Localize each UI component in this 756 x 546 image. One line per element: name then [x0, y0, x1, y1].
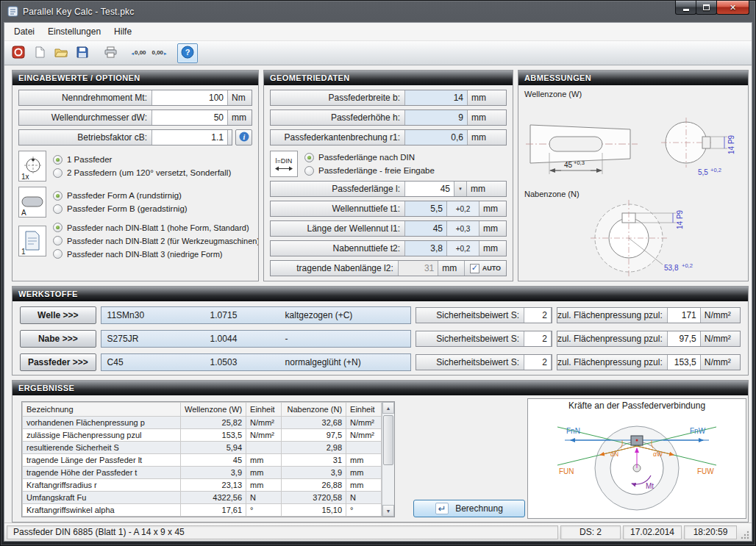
maximize-button[interactable] [696, 1, 717, 15]
option-two-keys[interactable]: 2 Passfedern (um 120° versetzt, Sonderfa… [53, 168, 231, 178]
option-din-sheet-3[interactable]: Passfeder nach DIN-Blatt 3 (niedrige For… [53, 249, 258, 259]
col-bezeichnung: Bezeichnung [23, 403, 181, 417]
table-row: Umfangskraft Fu4322,56N3720,58N [23, 492, 382, 504]
minimize-button[interactable] [675, 1, 696, 15]
status-time: 18:20:59 [684, 525, 737, 539]
option-form-a[interactable]: Passfeder Form A (rundstirnig) [53, 191, 188, 201]
nabe-button[interactable]: Nabe >>> [20, 330, 96, 348]
resize-grip[interactable] [739, 525, 749, 539]
shaft-groove-depth-field: Wellennuttiefe t1: 5,5 +0,2 mm [270, 201, 507, 217]
hub-groove-depth-value[interactable]: 3,8 [404, 241, 447, 256]
shaft-groove-length-unit: mm [479, 221, 506, 236]
key-width-unit: mm [468, 90, 506, 105]
decimal-increase-button[interactable]: ◂0,00 [128, 43, 149, 63]
pressure-unit: N/mm² [701, 331, 740, 346]
new-document-button[interactable] [29, 43, 50, 63]
hub-groove-depth-field: Nabennuttiefe t2: 3,8 +0,2 mm [270, 240, 507, 256]
hub-groove-depth-tolerance: +0,2 [447, 241, 479, 256]
key-height-value[interactable]: 9 [404, 110, 468, 125]
decimal-text: 0,00 [151, 50, 163, 56]
key-length-dropdown[interactable]: ▼ [454, 182, 467, 196]
menu-hilfe[interactable]: Hilfe [107, 24, 138, 40]
enter-icon: ↵ [435, 503, 449, 514]
torque-input[interactable]: 100 [151, 90, 228, 105]
nabe-safety-field: Sicherheitsbeiwert S: 2 [416, 331, 552, 347]
save-button[interactable] [72, 43, 93, 63]
key-height-label: Passfederhöhe h: [271, 110, 404, 125]
main-area: EINGABEWERTE / OPTIONEN Nenndrehmoment M… [4, 65, 752, 522]
option-length-free[interactable]: Passfederlänge - freie Eingabe [304, 166, 435, 176]
key-width-label: Passfederbreite b: [271, 90, 404, 105]
pressure-label: zul. Flächenpressung pzul: [557, 355, 667, 370]
results-table: Bezeichnung Wellenzone (W) Einheit Naben… [21, 401, 395, 517]
pressure-label: zul. Flächenpressung pzul: [557, 308, 667, 323]
passfeder-material-field: C45 1.0503 normalgeglüht (+N) [101, 353, 411, 371]
scroll-thumb[interactable] [383, 415, 393, 465]
svg-text:+0,3: +0,3 [574, 159, 585, 166]
din-sheet-icon: 1 [18, 226, 46, 256]
auto-checkbox[interactable] [470, 264, 479, 273]
scroll-down-button[interactable]: ▼ [382, 505, 394, 517]
minimize-icon [683, 9, 689, 11]
table-row: zulässige Flächenpressung pzul153,5N/mm²… [23, 429, 382, 442]
close-button[interactable]: ✕ [716, 1, 749, 15]
pressure-unit: N/mm² [701, 355, 740, 370]
hub-length-label: tragende Nabenlänge l2: [271, 261, 398, 276]
welle-button[interactable]: Welle >>> [20, 306, 96, 324]
radio-icon [53, 223, 63, 232]
key-chamfer-value[interactable]: 0,6 [404, 130, 468, 145]
shaft-groove-depth-tolerance: +0,2 [447, 201, 479, 216]
open-file-button[interactable] [51, 43, 71, 63]
material-treatment: - [285, 334, 410, 344]
help-icon: ? [181, 46, 194, 61]
shaft-groove-depth-value[interactable]: 5,5 [404, 201, 447, 216]
material-name: S275JR [101, 334, 210, 344]
dimensions-drawing: Wellenzone (W) 45 +0,3 [518, 85, 746, 278]
table-row: tragende Höhe der Passfeder t3,9mm3,9mm [23, 467, 382, 479]
auto-toggle[interactable]: AUTO [464, 261, 506, 276]
shaft-groove-length-field: Länge der Wellennut l1: 45 +0,3 mm [270, 220, 507, 237]
shaft-diameter-input[interactable]: 50 [151, 110, 228, 125]
menu-datei[interactable]: Datei [7, 24, 41, 40]
key-chamfer-label: Passfederkantenbrechung r1: [271, 130, 404, 145]
dimensions-panel-header: ABMESSUNGEN [518, 71, 748, 85]
decimal-decrease-button[interactable]: 0,00▸ [149, 43, 170, 63]
passfeder-button[interactable]: Passfeder >>> [20, 353, 96, 371]
svg-text:FnW: FnW [690, 427, 706, 435]
passfeder-safety-input[interactable]: 2 [524, 355, 552, 370]
option-din-sheet-1[interactable]: Passfeder nach DIN-Blatt 1 (hohe Form, S… [53, 223, 258, 232]
option-form-b[interactable]: Passfeder Form B (geradstirnig) [53, 204, 188, 214]
print-button[interactable] [100, 43, 121, 63]
table-row: Kraftangriffswinkel alpha17,61°15,10° [23, 504, 382, 517]
new-document-icon [34, 46, 46, 60]
option-length-din[interactable]: Passfederlänge nach DIN [304, 153, 435, 162]
shaft-groove-length-tolerance: +0,3 [447, 221, 479, 236]
option-one-key[interactable]: 1 Passfeder [53, 155, 231, 165]
help-button[interactable]: ? [177, 43, 198, 63]
radio-icon [304, 153, 314, 162]
key-chamfer-unit: mm [468, 130, 506, 145]
info-button[interactable]: i [235, 129, 252, 146]
col-einheit-n: Einheit [346, 403, 382, 417]
menu-einstellungen[interactable]: Einstellungen [41, 24, 107, 40]
shaft-groove-length-value[interactable]: 45 [404, 221, 447, 236]
key-width-value[interactable]: 14 [404, 90, 468, 105]
decimal-text: 0,00 [135, 50, 146, 56]
exit-button[interactable] [8, 43, 29, 63]
berechnung-button[interactable]: ↵ Berechnung [413, 500, 525, 517]
welle-safety-input[interactable]: 2 [524, 308, 552, 323]
key-count-caption: 1x [21, 173, 29, 181]
option-din-sheet-2[interactable]: Passfeder nach DIN-Blatt 2 (für Werkzeug… [53, 236, 258, 245]
results-panel: ERGEBNISSE Bezeichnung Wellenzone (W) Ei… [12, 380, 749, 522]
din-sheet-group: 1 Passfeder nach DIN-Blatt 1 (hohe Form,… [18, 223, 252, 259]
torque-label: Nenndrehmoment Mt: [19, 90, 151, 105]
service-factor-unit [228, 130, 232, 145]
safety-label: Sicherheitsbeiwert S: [416, 331, 524, 346]
scroll-up-button[interactable]: ▲ [382, 402, 394, 414]
nabe-safety-input[interactable]: 2 [524, 331, 552, 346]
passfeder-safety-field: Sicherheitsbeiwert S: 2 [416, 354, 552, 370]
materials-panel-header: WERKSTOFFE [13, 287, 748, 301]
nabe-pressure-value: 97,5 [667, 331, 701, 346]
service-factor-input[interactable]: 1.1 [151, 130, 228, 145]
key-length-value[interactable]: 45 [404, 182, 454, 196]
